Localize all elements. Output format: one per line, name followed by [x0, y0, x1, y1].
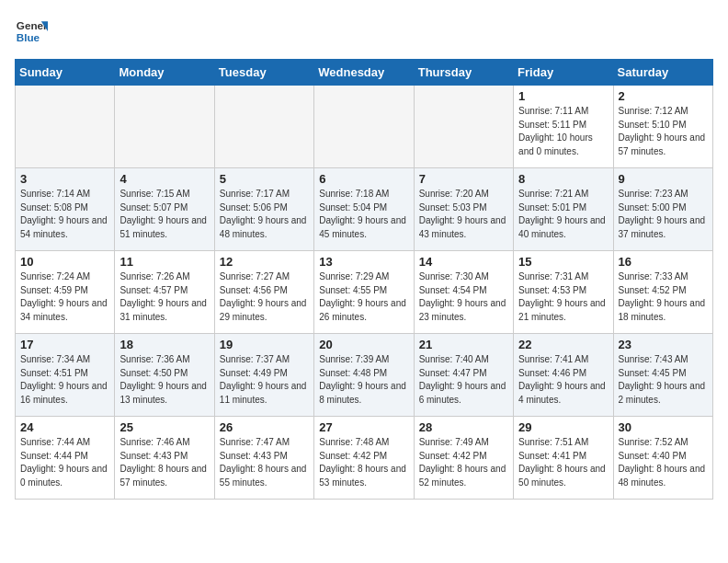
calendar-cell: 15Sunrise: 7:31 AM Sunset: 4:53 PM Dayli…	[514, 251, 613, 334]
calendar-cell: 5Sunrise: 7:17 AM Sunset: 5:06 PM Daylig…	[214, 168, 313, 251]
day-number: 29	[518, 420, 608, 434]
day-info: Sunrise: 7:12 AM Sunset: 5:10 PM Dayligh…	[619, 105, 708, 158]
calendar-cell	[115, 86, 214, 168]
calendar-cell	[214, 86, 313, 168]
day-number: 6	[319, 172, 408, 186]
day-info: Sunrise: 7:39 AM Sunset: 4:48 PM Dayligh…	[319, 353, 408, 407]
weekday-header-saturday: Saturday	[613, 60, 712, 86]
logo: General Blue	[15, 15, 48, 48]
calendar-cell: 2Sunrise: 7:12 AM Sunset: 5:10 PM Daylig…	[613, 86, 712, 168]
calendar-cell: 6Sunrise: 7:18 AM Sunset: 5:04 PM Daylig…	[314, 168, 414, 251]
weekday-header-row: SundayMondayTuesdayWednesdayThursdayFrid…	[16, 60, 713, 86]
day-info: Sunrise: 7:26 AM Sunset: 4:57 PM Dayligh…	[119, 270, 209, 324]
calendar-cell: 30Sunrise: 7:52 AM Sunset: 4:40 PM Dayli…	[613, 417, 712, 500]
day-number: 20	[319, 338, 408, 351]
day-number: 14	[419, 255, 508, 269]
day-info: Sunrise: 7:49 AM Sunset: 4:42 PM Dayligh…	[419, 436, 508, 489]
week-row-3: 10Sunrise: 7:24 AM Sunset: 4:59 PM Dayli…	[16, 251, 713, 334]
day-info: Sunrise: 7:52 AM Sunset: 4:40 PM Dayligh…	[619, 436, 708, 489]
day-number: 10	[20, 255, 109, 269]
page-header: General Blue	[15, 15, 713, 48]
calendar-cell	[314, 86, 414, 168]
calendar-cell: 25Sunrise: 7:46 AM Sunset: 4:43 PM Dayli…	[115, 417, 214, 500]
calendar-cell: 14Sunrise: 7:30 AM Sunset: 4:54 PM Dayli…	[414, 251, 513, 334]
day-info: Sunrise: 7:37 AM Sunset: 4:49 PM Dayligh…	[220, 353, 309, 407]
day-number: 9	[619, 172, 708, 186]
calendar-cell: 18Sunrise: 7:36 AM Sunset: 4:50 PM Dayli…	[115, 334, 214, 417]
day-info: Sunrise: 7:40 AM Sunset: 4:47 PM Dayligh…	[419, 353, 508, 407]
weekday-header-tuesday: Tuesday	[214, 60, 313, 86]
calendar-cell: 10Sunrise: 7:24 AM Sunset: 4:59 PM Dayli…	[16, 251, 115, 334]
weekday-header-thursday: Thursday	[414, 60, 513, 86]
calendar-cell: 27Sunrise: 7:48 AM Sunset: 4:42 PM Dayli…	[314, 417, 414, 500]
day-number: 18	[119, 338, 209, 351]
day-info: Sunrise: 7:20 AM Sunset: 5:03 PM Dayligh…	[419, 188, 508, 241]
day-info: Sunrise: 7:11 AM Sunset: 5:11 PM Dayligh…	[518, 105, 608, 158]
day-info: Sunrise: 7:30 AM Sunset: 4:54 PM Dayligh…	[419, 270, 508, 324]
day-number: 25	[119, 420, 209, 434]
day-info: Sunrise: 7:21 AM Sunset: 5:01 PM Dayligh…	[518, 188, 608, 241]
calendar-cell: 24Sunrise: 7:44 AM Sunset: 4:44 PM Dayli…	[16, 417, 115, 500]
day-info: Sunrise: 7:18 AM Sunset: 5:04 PM Dayligh…	[319, 188, 408, 241]
day-number: 13	[319, 255, 408, 269]
calendar-cell: 28Sunrise: 7:49 AM Sunset: 4:42 PM Dayli…	[414, 417, 513, 500]
day-info: Sunrise: 7:17 AM Sunset: 5:06 PM Dayligh…	[220, 188, 309, 241]
calendar-cell: 11Sunrise: 7:26 AM Sunset: 4:57 PM Dayli…	[115, 251, 214, 334]
day-info: Sunrise: 7:29 AM Sunset: 4:55 PM Dayligh…	[319, 270, 408, 324]
calendar-cell	[16, 86, 115, 168]
day-info: Sunrise: 7:41 AM Sunset: 4:46 PM Dayligh…	[518, 353, 608, 407]
day-number: 22	[518, 338, 608, 351]
day-info: Sunrise: 7:48 AM Sunset: 4:42 PM Dayligh…	[319, 436, 408, 489]
day-info: Sunrise: 7:24 AM Sunset: 4:59 PM Dayligh…	[20, 270, 109, 324]
day-info: Sunrise: 7:43 AM Sunset: 4:45 PM Dayligh…	[619, 353, 708, 407]
day-number: 4	[119, 172, 209, 186]
calendar-cell: 4Sunrise: 7:15 AM Sunset: 5:07 PM Daylig…	[115, 168, 214, 251]
calendar-cell: 22Sunrise: 7:41 AM Sunset: 4:46 PM Dayli…	[514, 334, 613, 417]
day-info: Sunrise: 7:47 AM Sunset: 4:43 PM Dayligh…	[220, 436, 309, 489]
day-info: Sunrise: 7:14 AM Sunset: 5:08 PM Dayligh…	[20, 188, 109, 241]
calendar-cell	[414, 86, 513, 168]
week-row-5: 24Sunrise: 7:44 AM Sunset: 4:44 PM Dayli…	[16, 417, 713, 500]
calendar-cell: 1Sunrise: 7:11 AM Sunset: 5:11 PM Daylig…	[514, 86, 613, 168]
day-info: Sunrise: 7:23 AM Sunset: 5:00 PM Dayligh…	[619, 188, 708, 241]
day-info: Sunrise: 7:34 AM Sunset: 4:51 PM Dayligh…	[20, 353, 109, 407]
calendar-cell: 7Sunrise: 7:20 AM Sunset: 5:03 PM Daylig…	[414, 168, 513, 251]
logo-icon: General Blue	[15, 15, 48, 48]
week-row-2: 3Sunrise: 7:14 AM Sunset: 5:08 PM Daylig…	[16, 168, 713, 251]
calendar-cell: 9Sunrise: 7:23 AM Sunset: 5:00 PM Daylig…	[613, 168, 712, 251]
weekday-header-wednesday: Wednesday	[314, 60, 414, 86]
week-row-4: 17Sunrise: 7:34 AM Sunset: 4:51 PM Dayli…	[16, 334, 713, 417]
day-number: 15	[518, 255, 608, 269]
weekday-header-sunday: Sunday	[16, 60, 115, 86]
day-info: Sunrise: 7:27 AM Sunset: 4:56 PM Dayligh…	[220, 270, 309, 324]
day-info: Sunrise: 7:44 AM Sunset: 4:44 PM Dayligh…	[20, 436, 109, 489]
day-number: 27	[319, 420, 408, 434]
calendar-cell: 29Sunrise: 7:51 AM Sunset: 4:41 PM Dayli…	[514, 417, 613, 500]
calendar-cell: 23Sunrise: 7:43 AM Sunset: 4:45 PM Dayli…	[613, 334, 712, 417]
weekday-header-monday: Monday	[115, 60, 214, 86]
week-row-1: 1Sunrise: 7:11 AM Sunset: 5:11 PM Daylig…	[16, 86, 713, 168]
day-number: 21	[419, 338, 508, 351]
calendar-table: SundayMondayTuesdayWednesdayThursdayFrid…	[15, 59, 713, 500]
day-info: Sunrise: 7:46 AM Sunset: 4:43 PM Dayligh…	[119, 436, 209, 489]
calendar-cell: 16Sunrise: 7:33 AM Sunset: 4:52 PM Dayli…	[613, 251, 712, 334]
day-number: 28	[419, 420, 508, 434]
day-info: Sunrise: 7:51 AM Sunset: 4:41 PM Dayligh…	[518, 436, 608, 489]
day-number: 30	[619, 420, 708, 434]
calendar-cell: 20Sunrise: 7:39 AM Sunset: 4:48 PM Dayli…	[314, 334, 414, 417]
day-number: 16	[619, 255, 708, 269]
day-number: 19	[220, 338, 309, 351]
svg-text:Blue: Blue	[17, 31, 40, 43]
day-number: 7	[419, 172, 508, 186]
calendar-cell: 26Sunrise: 7:47 AM Sunset: 4:43 PM Dayli…	[214, 417, 313, 500]
calendar-cell: 19Sunrise: 7:37 AM Sunset: 4:49 PM Dayli…	[214, 334, 313, 417]
day-info: Sunrise: 7:33 AM Sunset: 4:52 PM Dayligh…	[619, 270, 708, 324]
day-number: 26	[220, 420, 309, 434]
calendar-cell: 3Sunrise: 7:14 AM Sunset: 5:08 PM Daylig…	[16, 168, 115, 251]
day-number: 12	[220, 255, 309, 269]
calendar-cell: 8Sunrise: 7:21 AM Sunset: 5:01 PM Daylig…	[514, 168, 613, 251]
day-number: 1	[518, 89, 608, 103]
day-info: Sunrise: 7:36 AM Sunset: 4:50 PM Dayligh…	[119, 353, 209, 407]
day-number: 3	[20, 172, 109, 186]
weekday-header-friday: Friday	[514, 60, 613, 86]
